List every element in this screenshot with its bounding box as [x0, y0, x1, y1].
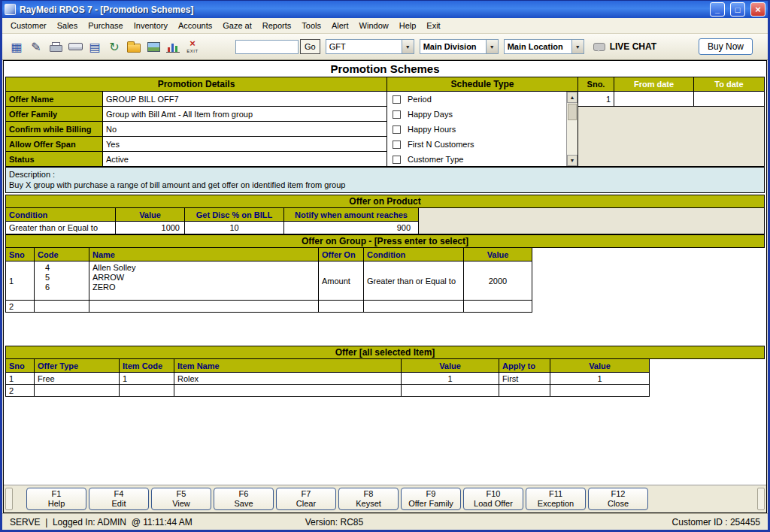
menu-reports[interactable]: Reports: [257, 19, 297, 32]
close-button[interactable]: ×: [750, 2, 765, 17]
save-document-icon[interactable]: ✎: [26, 37, 46, 56]
item-row-offer-type[interactable]: Free: [35, 373, 120, 385]
menu-sales[interactable]: Sales: [52, 19, 83, 32]
toolbar: ▦ ✎ ▤ ↻ × EXIT Go GFT ▼ Main Division ▼ …: [2, 34, 768, 60]
menu-window[interactable]: Window: [354, 19, 394, 32]
image-icon[interactable]: [144, 37, 163, 56]
group-row-offer-on[interactable]: [319, 301, 364, 313]
exit-icon[interactable]: × EXIT: [183, 37, 202, 56]
group-row-condition[interactable]: [364, 301, 464, 313]
buy-now-button[interactable]: Buy Now: [699, 38, 753, 55]
product-condition-cell[interactable]: Greater than or Equal to: [6, 222, 116, 234]
allow-offer-span-value[interactable]: Yes: [103, 137, 387, 152]
live-chat-link[interactable]: LIVE CHAT: [593, 41, 656, 52]
minimize-button[interactable]: _: [710, 2, 725, 17]
toolbar-search-input[interactable]: [235, 40, 299, 54]
group-row-sno[interactable]: 1: [6, 261, 35, 301]
scrollbar-thumb[interactable]: [568, 104, 577, 120]
item-row-value2[interactable]: [550, 385, 650, 397]
menu-tools[interactable]: Tools: [296, 19, 326, 32]
chart-icon[interactable]: [163, 37, 183, 56]
menu-gaze-at[interactable]: Gaze at: [217, 19, 257, 32]
maximize-button[interactable]: □: [730, 2, 745, 17]
f9-offer-family-button[interactable]: F9Offer Family: [401, 488, 461, 510]
group-row-value[interactable]: [464, 301, 532, 313]
schedule-row-from-date[interactable]: [614, 92, 694, 107]
item-row-sno[interactable]: 1: [6, 373, 35, 385]
group-row-offer-on[interactable]: Amount: [319, 261, 364, 301]
go-button[interactable]: Go: [300, 39, 320, 54]
f12-close-button[interactable]: F12Close: [588, 488, 648, 510]
confirm-while-billing-value[interactable]: No: [103, 122, 387, 137]
product-disc-cell[interactable]: 10: [185, 222, 284, 234]
checkbox[interactable]: [393, 110, 401, 119]
checkbox[interactable]: [393, 141, 401, 149]
division-combobox[interactable]: Main Division ▼: [420, 39, 499, 54]
refresh-document-icon[interactable]: ↻: [105, 37, 124, 56]
item-row-value[interactable]: 1: [402, 373, 499, 385]
group-row-codes[interactable]: 4 5 6: [35, 261, 89, 301]
item-row-offer-type[interactable]: [35, 385, 120, 397]
menu-customer[interactable]: Customer: [5, 19, 52, 32]
group-row-codes[interactable]: [35, 301, 89, 313]
fkey-stub-left[interactable]: [5, 488, 13, 510]
schedule-row-to-date[interactable]: [694, 92, 765, 107]
item-row-apply-to[interactable]: [499, 385, 550, 397]
checkbox[interactable]: [393, 156, 401, 164]
menu-inventory[interactable]: Inventory: [129, 19, 173, 32]
menu-help[interactable]: Help: [394, 19, 422, 32]
f4-edit-button[interactable]: F4Edit: [89, 488, 149, 510]
menu-accounts[interactable]: Accounts: [173, 19, 217, 32]
offer-family-value[interactable]: Group with Bill Amt - All Item from grou…: [103, 107, 387, 122]
group-row-sno[interactable]: 2: [6, 301, 35, 313]
group-row-names[interactable]: Allen Solley ARROW ZERO: [89, 261, 319, 301]
item-row-value2[interactable]: 1: [550, 373, 650, 385]
chevron-down-icon[interactable]: ▼: [486, 40, 498, 53]
scroll-up-icon[interactable]: ▲: [567, 92, 578, 103]
chevron-down-icon[interactable]: ▼: [402, 40, 414, 53]
f7-clear-button[interactable]: F7Clear: [276, 488, 336, 510]
item-row-item-code[interactable]: [120, 385, 174, 397]
menu-alert[interactable]: Alert: [326, 19, 354, 32]
schedule-option-customer-type[interactable]: Customer Type: [387, 152, 578, 167]
offer-name-value[interactable]: GROUP BILL OFF7: [103, 92, 387, 107]
f5-view-button[interactable]: F5View: [151, 488, 211, 510]
f8-keyset-button[interactable]: F8Keyset: [338, 488, 399, 510]
item-row-value[interactable]: [402, 385, 499, 397]
checkbox[interactable]: [393, 125, 401, 134]
f11-exception-button[interactable]: F11Exception: [526, 488, 586, 510]
item-row-apply-to[interactable]: First: [499, 373, 550, 385]
scroll-down-icon[interactable]: ▼: [567, 155, 578, 166]
item-row-sno[interactable]: 2: [6, 385, 35, 397]
schedule-option-happy-days[interactable]: Happy Days: [387, 107, 578, 122]
group-row-value[interactable]: 2000: [464, 261, 532, 301]
menu-exit[interactable]: Exit: [421, 19, 445, 32]
location-combobox[interactable]: Main Location ▼: [504, 39, 584, 54]
schedule-option-happy-hours[interactable]: Happy Hours: [387, 122, 578, 137]
f1-help-button[interactable]: F1Help: [26, 488, 86, 510]
item-row-item-name[interactable]: Rolex: [174, 373, 402, 385]
item-row-item-name[interactable]: [174, 385, 402, 397]
keyboard-icon[interactable]: [65, 37, 85, 56]
notepad-icon[interactable]: ▤: [85, 37, 105, 56]
open-folder-icon[interactable]: [124, 37, 144, 56]
schedule-scrollbar[interactable]: ▲ ▼: [566, 92, 578, 166]
item-row-item-code[interactable]: 1: [120, 373, 174, 385]
schedule-option-period[interactable]: Period: [387, 92, 578, 107]
schedule-row-sno[interactable]: 1: [578, 92, 614, 107]
fkey-stub-right[interactable]: [757, 488, 765, 510]
f6-save-button[interactable]: F6Save: [214, 488, 274, 510]
group-row-names[interactable]: [89, 301, 319, 313]
product-notify-cell[interactable]: 900: [284, 222, 419, 234]
status-value[interactable]: Active: [103, 152, 387, 167]
product-value-cell[interactable]: 1000: [116, 222, 185, 234]
group-row-condition[interactable]: Greater than or Equal to: [364, 261, 464, 301]
company-combobox[interactable]: GFT ▼: [326, 39, 414, 54]
billing-grid-icon[interactable]: ▦: [7, 37, 26, 56]
menu-purchase[interactable]: Purchase: [83, 19, 128, 32]
f10-load-offer-button[interactable]: F10Load Offer: [463, 488, 523, 510]
chevron-down-icon[interactable]: ▼: [571, 40, 584, 53]
schedule-option-first-n-customers[interactable]: First N Customers: [387, 137, 578, 152]
checkbox[interactable]: [393, 95, 401, 104]
print-icon[interactable]: [46, 37, 65, 56]
